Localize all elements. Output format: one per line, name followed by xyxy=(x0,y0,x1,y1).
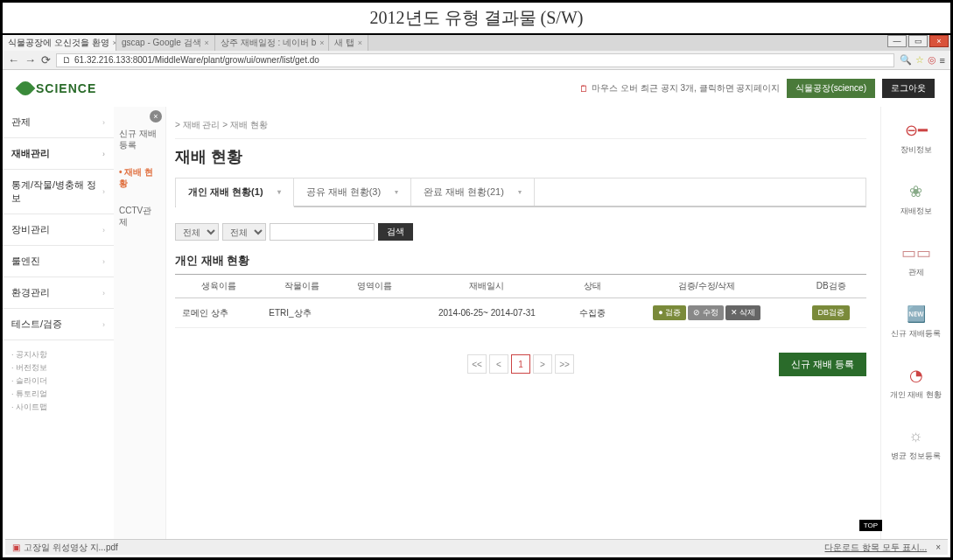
header-notice[interactable]: 🗒 마우스 오버 최근 공지 3개, 클릭하면 공지페이지 xyxy=(579,82,780,94)
rail-grow-info[interactable]: ❀재배정보 xyxy=(881,168,950,229)
tab-label: 개인 재배 현황(1) xyxy=(188,186,263,199)
new-icon: 🆕 xyxy=(904,304,928,325)
notice-text: 마우스 오버 최근 공지 3개, 클릭하면 공지페이지 xyxy=(592,82,780,94)
pdf-icon: ▣ xyxy=(12,542,20,552)
app-name-button[interactable]: 식물공장(science) xyxy=(787,79,875,98)
notice-icon: 🗒 xyxy=(579,84,588,94)
sidebar-item-grow-mgmt[interactable]: 재배관리› xyxy=(3,138,114,170)
chevron-right-icon: › xyxy=(102,187,105,196)
sidebar-item-stats[interactable]: 통계/작물/병충해 정보› xyxy=(3,170,114,214)
edit-badge[interactable]: ⊘ 수정 xyxy=(688,305,724,320)
new-grow-register-button[interactable]: 신규 재배 등록 xyxy=(779,353,866,376)
browser-tab[interactable]: 새 탭× xyxy=(329,35,368,51)
sidebar-footer-link[interactable]: · 사이트맵 xyxy=(11,402,105,413)
main-row: 관제› 재배관리› 통계/작물/병충해 정보› 장비관리› 룰엔진› 환경관리›… xyxy=(3,107,950,542)
circle-icon[interactable]: ◎ xyxy=(928,54,936,66)
search-icon[interactable]: 🔍 xyxy=(900,54,912,66)
filter-select-1[interactable]: 전체 xyxy=(175,223,219,241)
pager-last[interactable]: >> xyxy=(555,354,574,374)
cell-date: 2014-06-25~ 2014-07-31 xyxy=(407,298,566,328)
rail-label: 신규 재배등록 xyxy=(891,328,941,340)
sidebar-item-label: 통계/작물/병충해 정보 xyxy=(11,178,102,205)
filter-select-2[interactable]: 전체 xyxy=(222,223,266,241)
table-header-row: 생육이름 작물이름 영역이름 재배일시 상태 검증/수정/삭제 DB검증 xyxy=(175,275,866,298)
content-tabs: 개인 재배 현황(1)▾ 공유 재배 현황(3)▾ 완료 재배 현황(21)▾ xyxy=(175,178,866,207)
header-right: 🗒 마우스 오버 최근 공지 3개, 클릭하면 공지페이지 식물공장(scien… xyxy=(579,79,935,98)
tab-close-icon[interactable]: × xyxy=(205,38,209,47)
th-area: 영역이름 xyxy=(343,275,408,298)
download-show-all[interactable]: 다운로드 항목 모두 표시... xyxy=(824,542,927,554)
delete-badge[interactable]: ✕ 삭제 xyxy=(725,305,761,320)
sidebar-footer-link[interactable]: · 공지사항 xyxy=(11,349,105,360)
sidebar-item-device[interactable]: 장비관리› xyxy=(3,214,114,246)
download-bar-close-icon[interactable]: × xyxy=(935,542,941,552)
sub-item-grow-status[interactable]: 재배 현황 xyxy=(119,166,160,189)
pager-first[interactable]: << xyxy=(467,354,487,374)
filter-input[interactable] xyxy=(270,223,375,241)
verify-badge[interactable]: ● 검증 xyxy=(653,305,686,320)
breadcrumb: > 재배 관리 > 재배 현황 xyxy=(175,116,866,139)
sidebar-item-label: 장비관리 xyxy=(11,223,50,236)
sub-item-cctv[interactable]: CCTV관제 xyxy=(119,205,160,228)
device-icon: ⊖━ xyxy=(904,120,928,141)
sidebar-item-label: 재배관리 xyxy=(11,147,50,160)
plant-icon: ❀ xyxy=(904,181,928,202)
reload-button[interactable]: ⟳ xyxy=(41,53,51,66)
rail-disease-register[interactable]: ☼병균 정보등록 xyxy=(881,413,950,474)
back-button[interactable]: ← xyxy=(8,53,19,66)
rail-control[interactable]: ▭▭관제 xyxy=(881,229,950,290)
sidebar: 관제› 재배관리› 통계/작물/병충해 정보› 장비관리› 룰엔진› 환경관리›… xyxy=(3,107,114,542)
cell-crop: ETRI_상추 xyxy=(262,298,342,328)
tab-close-icon[interactable]: × xyxy=(319,38,324,47)
th-grow: 생육이름 xyxy=(175,275,262,298)
download-file[interactable]: ▣ 고장일 위성영상 지...pdf xyxy=(12,542,118,554)
browser-tab[interactable]: gscap - Google 검색× xyxy=(116,35,215,51)
rail-device-info[interactable]: ⊖━장비정보 xyxy=(881,107,950,168)
browser-tab-active[interactable]: 식물공장에 오신것을 환영× xyxy=(3,35,116,51)
tab-label: 완료 재배 현황(21) xyxy=(424,186,504,199)
star-icon[interactable]: ☆ xyxy=(915,54,924,66)
search-button[interactable]: 검색 xyxy=(378,223,413,241)
logo[interactable]: SCIENCE xyxy=(18,81,96,95)
window-maximize-button[interactable]: ▭ xyxy=(908,35,928,47)
window-close-button[interactable]: × xyxy=(929,35,949,47)
tab-shared[interactable]: 공유 재배 현황(3)▾ xyxy=(294,178,412,206)
rail-new-grow[interactable]: 🆕신규 재배등록 xyxy=(881,290,950,352)
caret-down-icon: ▾ xyxy=(395,188,398,196)
sub-item-new-grow[interactable]: 신규 재배 등록 xyxy=(119,128,160,150)
chevron-right-icon: › xyxy=(102,226,105,234)
browser-tab[interactable]: 상주 재배일정 : 네이버 b× xyxy=(215,35,329,51)
address-row: ← → ⟳ 🗋 61.32.216.133:8001/MiddleWare/pl… xyxy=(3,51,950,70)
logout-button[interactable]: 로그아웃 xyxy=(882,79,935,98)
tab-label: 공유 재배 현황(3) xyxy=(306,186,382,199)
sidebar-item-rule[interactable]: 룰엔진› xyxy=(3,246,114,277)
tab-label: gscap - Google 검색 xyxy=(122,37,201,49)
menu-icon[interactable]: ≡ xyxy=(940,55,945,66)
sidebar-footer: · 공지사항 · 버전정보 · 슬라이더 · 튜토리얼 · 사이트맵 xyxy=(3,340,114,422)
scroll-top-badge[interactable]: TOP xyxy=(859,520,882,531)
rail-label: 관제 xyxy=(908,267,924,278)
window-minimize-button[interactable]: — xyxy=(887,35,907,47)
monitor-icon: ▭▭ xyxy=(904,242,928,263)
sidebar-item-test[interactable]: 테스트/검증› xyxy=(3,309,114,340)
sidebar-footer-link[interactable]: · 슬라이더 xyxy=(11,375,105,387)
browser-chrome: 식물공장에 오신것을 환영× gscap - Google 검색× 상주 재배일… xyxy=(3,35,950,70)
sidebar-footer-link[interactable]: · 튜토리얼 xyxy=(11,388,105,400)
pager-page-1[interactable]: 1 xyxy=(511,354,530,374)
tab-completed[interactable]: 완료 재배 현황(21)▾ xyxy=(411,178,535,206)
tab-personal[interactable]: 개인 재배 현황(1)▾ xyxy=(176,178,294,207)
sidebar-item-label: 룰엔진 xyxy=(11,255,40,268)
rail-personal-status[interactable]: ◔개인 재배 현황 xyxy=(881,352,950,413)
tab-close-icon[interactable]: × xyxy=(358,38,362,47)
sidebar-footer-link[interactable]: · 버전정보 xyxy=(11,362,105,374)
pager-prev[interactable]: < xyxy=(489,354,508,374)
db-verify-badge[interactable]: DB검증 xyxy=(812,305,850,320)
download-bar: ▣ 고장일 위성영상 지...pdf 다운로드 항목 모두 표시... × xyxy=(5,539,948,555)
sub-sidebar-close-icon[interactable]: × xyxy=(150,110,162,122)
forward-button[interactable]: → xyxy=(25,53,36,66)
sidebar-item-env[interactable]: 환경관리› xyxy=(3,277,114,309)
gear-icon: ☼ xyxy=(904,426,928,447)
address-bar[interactable]: 🗋 61.32.216.133:8001/MiddleWare/plant/gr… xyxy=(56,53,894,67)
sidebar-item-control[interactable]: 관제› xyxy=(3,107,114,138)
pager-next[interactable]: > xyxy=(533,354,552,374)
